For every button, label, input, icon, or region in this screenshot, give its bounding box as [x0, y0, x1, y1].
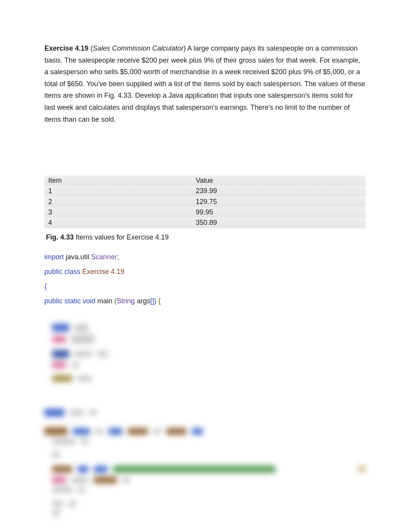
table-cell-item: 4 [44, 218, 195, 227]
figure-caption-label: Fig. 4.33 [46, 233, 74, 241]
table-header-row: Item Value [44, 175, 366, 186]
code-token: static [64, 297, 83, 305]
blurred-block-2 [44, 409, 366, 516]
table-cell-item: 3 [44, 207, 195, 217]
exercise-subtitle: Sales Commission Calculator [93, 44, 183, 52]
table-header-item: Item [44, 176, 195, 185]
code-line-class-decl: public class Exercise 4.19 [44, 265, 366, 279]
code-token: args [135, 297, 150, 305]
blurred-block-1 [44, 324, 366, 382]
table-header-value: Value [195, 176, 366, 185]
table-cell-item: 2 [44, 197, 195, 206]
code-token: import [44, 253, 64, 261]
code-token: [] [150, 297, 154, 305]
code-line-import: import java.util.Scanner; [44, 250, 366, 265]
code-line-open-brace: { [44, 279, 366, 294]
code-token: Scanner [91, 253, 117, 261]
code-token: public [44, 268, 63, 275]
exercise-label: Exercise 4.19 [44, 44, 88, 52]
table-cell-value: 239.99 [195, 186, 366, 195]
exercise-paragraph: Exercise 4.19 (Sales Commission Calculat… [44, 42, 366, 125]
table-cell-value: 350.89 [195, 218, 366, 227]
table-cell-value: 129.75 [195, 197, 366, 206]
items-table: Item Value 1 239.99 2 129.75 3 99.95 4 3… [44, 175, 366, 228]
code-token: ; [117, 253, 119, 261]
code-line-main: public static void main (String args[]) … [44, 294, 366, 309]
code-token: Exercise 4.19 [80, 268, 124, 275]
code-token: { [158, 297, 161, 305]
code-token: { [44, 282, 47, 290]
figure-caption-text: Items values for Exercise 4.19 [74, 233, 169, 241]
code-token: void [83, 297, 95, 305]
figure-caption: Fig. 4.33 Items values for Exercise 4.19 [46, 231, 366, 243]
table-cell-item: 1 [44, 186, 195, 195]
table-row: 4 350.89 [44, 218, 366, 228]
table-row: 1 239.99 [44, 186, 366, 196]
table-row: 2 129.75 [44, 197, 366, 207]
exercise-body: ) A large company pays its salespeople o… [44, 44, 365, 123]
code-token: String [117, 297, 135, 305]
table-cell-value: 99.95 [195, 207, 366, 217]
code-token: main [95, 297, 114, 305]
table-row: 3 99.95 [44, 207, 366, 218]
code-token: public [44, 297, 64, 305]
code-token: util [80, 253, 89, 261]
code-token: java [64, 253, 78, 261]
blurred-code-region [44, 324, 366, 516]
code-token: class [63, 268, 80, 275]
code-block: import java.util.Scanner; public class E… [44, 250, 366, 308]
